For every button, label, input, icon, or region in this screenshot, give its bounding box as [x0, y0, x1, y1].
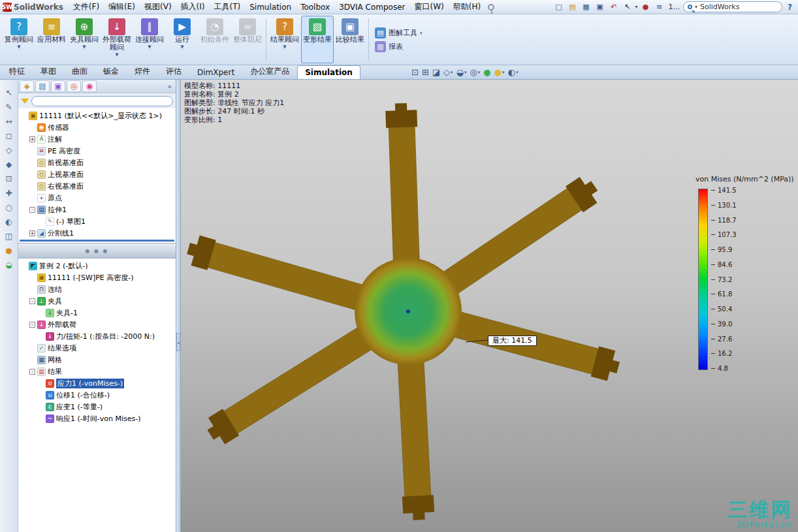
chevron-down-icon[interactable]: ▾	[516, 70, 519, 75]
external-loads-advisor-button[interactable]: ↓外部载荷顾问▼	[101, 16, 133, 63]
scene-icon[interactable]: ◒	[3, 258, 16, 271]
tree-item[interactable]: ~响应1 (-时间-von Mises-)	[18, 413, 176, 424]
menu-item[interactable]: 文件(F)	[69, 0, 104, 14]
menu-item[interactable]: 帮助(H)	[449, 0, 485, 14]
panel-overflow-button[interactable]: »	[167, 82, 174, 91]
tree-item[interactable]: ε应变1 (-等量-)	[18, 401, 176, 413]
ribbon-tab[interactable]: 草图	[33, 63, 64, 79]
view-orientation-icon[interactable]: ◇▾	[443, 67, 453, 78]
menu-item[interactable]: Toolbox	[296, 1, 334, 13]
plot-tools-button[interactable]: ▤图解工具▾	[375, 27, 423, 39]
tree-item[interactable]: ◩算例 2 (-默认-)	[18, 260, 176, 272]
ribbon-tab[interactable]: 钣金	[95, 63, 127, 79]
undo-icon[interactable]: ↶	[608, 2, 620, 12]
tree-item[interactable]: ↓力/扭矩-1 (:按条目: -2000 N:)	[18, 330, 176, 342]
compare-results-button[interactable]: ▣比较结果	[334, 16, 366, 63]
appearance-icon[interactable]: ●	[3, 244, 16, 257]
tree-filter-input[interactable]	[31, 96, 173, 106]
initial-conditions-button[interactable]: ◔初始条件	[199, 16, 231, 63]
tree-item[interactable]: ✓结果选项	[18, 342, 176, 354]
shaded-view-icon[interactable]: ◐	[3, 215, 16, 228]
tree-item[interactable]: +◢分割线1	[18, 227, 176, 239]
tree-expander[interactable]: +	[29, 230, 35, 236]
view-settings-icon[interactable]: ◐▾	[508, 67, 519, 78]
tree-item[interactable]: +原点	[18, 192, 176, 204]
menu-item[interactable]: 插入(I)	[176, 0, 210, 14]
ribbon-tab[interactable]: 曲面	[64, 63, 95, 79]
tree-splitter[interactable]: ● ● ●	[18, 243, 176, 258]
tree-expander[interactable]: +	[29, 136, 35, 142]
tree-item[interactable]: ▣11111 (默认<<默认>_显示状态 1>)	[18, 110, 176, 121]
tree-item[interactable]: -⊥夹具	[18, 295, 176, 307]
ribbon-tab[interactable]: 办公室产品	[242, 63, 297, 79]
chevron-down-icon[interactable]: ▾	[451, 70, 453, 75]
search-input[interactable]	[700, 3, 767, 11]
property-manager-icon[interactable]: ▤	[35, 80, 50, 92]
print-icon[interactable]: ▣	[594, 2, 606, 12]
apply-material-button[interactable]: ≡应用材料	[35, 16, 68, 63]
section-view-icon[interactable]: ◪	[432, 67, 440, 78]
chevron-down-icon[interactable]: ▾	[464, 70, 467, 75]
ribbon-tab[interactable]: 评估	[158, 63, 189, 79]
toolbar-overflow[interactable]: 1...	[667, 3, 682, 11]
chevron-down-icon[interactable]: ▾	[502, 70, 505, 75]
new-doc-icon[interactable]: □	[553, 2, 565, 12]
ribbon-tab[interactable]: DimXpert	[189, 65, 242, 79]
graphics-viewport[interactable]: 模型名称: 11111算例名称: 算例 2图解类型: 非线性 节应力 应力1图解…	[181, 80, 798, 532]
tree-expander[interactable]: -	[29, 322, 35, 328]
connections-advisor-button[interactable]: ∥连接顾问▼	[133, 16, 166, 63]
tree-item[interactable]: ↓夹具-1	[18, 307, 176, 319]
menu-item[interactable]: 3DVIA Composer	[334, 1, 409, 13]
menu-item[interactable]: 视图(V)	[140, 0, 176, 14]
sketch-icon[interactable]: ✎	[3, 101, 16, 113]
tree-item[interactable]: σ应力1 (-vonMises-)	[18, 377, 176, 389]
isometric-icon[interactable]: ◆	[3, 158, 16, 170]
hide-show-items-icon[interactable]: ◎▾	[470, 67, 480, 78]
tree-item[interactable]: -↓外部载荷	[18, 319, 176, 330]
front-view-icon[interactable]: ◻	[3, 129, 16, 142]
menu-item[interactable]: 编辑(E)	[104, 0, 140, 14]
rotate-view-icon[interactable]: ○	[3, 201, 16, 213]
tree-expander[interactable]: -	[29, 369, 35, 375]
tree-item[interactable]: -▤拉伸1	[18, 204, 176, 215]
zoom-area-icon[interactable]: ⊞	[422, 67, 429, 78]
display-style-icon[interactable]: ◒▾	[456, 67, 467, 78]
help-button[interactable]: ?	[784, 3, 795, 12]
dimxpert-manager-icon[interactable]: ◎	[67, 80, 81, 92]
tree-item[interactable]: ◇上视基准面	[18, 168, 176, 180]
ribbon-tab[interactable]: 特征	[1, 63, 33, 79]
panel-splitter[interactable]: ◂	[176, 80, 181, 532]
tree-item[interactable]: ⊓连结	[18, 283, 176, 295]
panel-collapse-handle[interactable]: ◂	[176, 333, 180, 351]
feature-manager-icon[interactable]: ◈	[20, 80, 34, 92]
deformed-result-button[interactable]: ▧变形结果	[301, 16, 334, 63]
tree-item[interactable]: ◇前视基准面	[18, 157, 176, 168]
study-advisor-button[interactable]: ?算例顾问▼	[3, 16, 35, 63]
apply-scene-icon[interactable]: ●▾	[494, 67, 505, 78]
zoom-fit-icon[interactable]: ⊡	[3, 172, 16, 185]
fixtures-advisor-button[interactable]: ⊕夹具顾问▼	[68, 16, 101, 63]
ribbon-tab[interactable]: Simulation	[297, 65, 360, 79]
select-icon[interactable]: ↖	[3, 86, 16, 99]
select-arrow-icon[interactable]: ↖	[622, 2, 633, 12]
tree-item[interactable]: u位移1 (-合位移-)	[18, 389, 176, 401]
save-icon[interactable]: ▦	[581, 2, 592, 12]
report-button[interactable]: ▥报表	[375, 41, 423, 52]
configuration-manager-icon[interactable]: ▣	[51, 80, 65, 92]
edit-appearance-icon[interactable]: ●	[483, 67, 490, 78]
max-value-callout[interactable]: 最大: 141.5	[488, 336, 537, 346]
tree-item[interactable]: ▣11111 (-[SW]PE 高密度-)	[18, 272, 176, 283]
tree-item[interactable]: ◉传感器	[18, 121, 176, 133]
run-button[interactable]: ▶运行▼	[166, 16, 199, 63]
tree-expander[interactable]: -	[29, 298, 35, 304]
tree-item[interactable]: ✎(-) 草图1	[18, 215, 176, 227]
ribbon-tab[interactable]: 焊件	[127, 63, 158, 79]
menu-item[interactable]: 窗口(W)	[410, 0, 449, 14]
results-advisor-button[interactable]: ?结果顾问▼	[268, 16, 301, 63]
tree-item[interactable]: ▦网格	[18, 354, 176, 366]
tree-expander[interactable]: -	[29, 207, 35, 213]
chevron-down-icon[interactable]: ▾	[695, 4, 697, 10]
wireframe-icon[interactable]: ◫	[3, 230, 16, 242]
tree-item[interactable]: -▥结果	[18, 366, 176, 377]
chevron-down-icon[interactable]: ▾	[635, 4, 638, 10]
